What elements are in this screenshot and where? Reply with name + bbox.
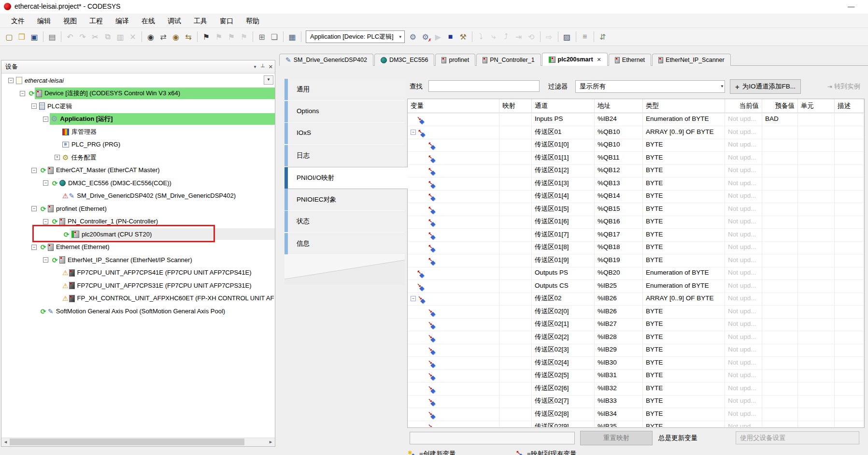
bookmark-prev-icon[interactable]: ⚑: [213, 31, 225, 43]
reset-icon[interactable]: ⟲: [526, 31, 537, 43]
mapping-row--01[3][interactable]: ◆↖传送区01[3]%QB13BYTENot upd...: [408, 177, 864, 191]
find-input[interactable]: [428, 80, 540, 92]
collapse-icon[interactable]: −: [8, 78, 14, 83]
editor-nav-ioxs[interactable]: IOxS: [285, 123, 405, 145]
mapping-row--01[interactable]: −◆↖传送区01%QB10ARRAY [0..9] OF BYTENot upd…: [408, 126, 864, 139]
editor-nav-tab3[interactable]: 日志: [285, 145, 405, 167]
tree-item-ethercat-master[interactable]: −⟳EtherCAT_Master (EtherCAT Master): [1, 164, 275, 176]
build-icon[interactable]: ▦: [286, 31, 298, 43]
stop-icon[interactable]: ■: [445, 31, 456, 43]
logout-icon[interactable]: ⚙✗: [420, 31, 431, 43]
active-application-selector[interactable]: Application [Device: PLC逻辑]▼: [306, 30, 405, 43]
collapse-icon[interactable]: −: [411, 296, 416, 301]
editor-nav-pnioio[interactable]: PNIOI/O映射: [285, 167, 408, 189]
mapping-row--02[9][interactable]: ◆↘传送区02[9]%IB35BYTENot upd...: [408, 420, 864, 427]
editor-tab-ethernet[interactable]: Ethernet: [609, 54, 651, 66]
scroll-left-icon[interactable]: ◄: [1, 438, 10, 446]
editor-tab-dm3c_ec556[interactable]: DM3C_EC556: [374, 54, 435, 66]
bookmark-next-icon[interactable]: ⚑: [226, 31, 237, 43]
menu-item-9[interactable]: 帮助: [240, 15, 266, 27]
replace-icon[interactable]: ⇄: [157, 31, 169, 43]
mapping-row--02[2][interactable]: ◆↘传送区02[2]%IB28BYTENot upd...: [408, 331, 864, 344]
column-header-1[interactable]: 映射: [499, 99, 532, 113]
mapping-row--02[0][interactable]: ◆↘传送区02[0]%IB26BYTENot upd...: [408, 305, 864, 319]
mapping-row--01[7][interactable]: ◆↖传送区01[7]%QB17BYTENot upd...: [408, 228, 864, 242]
tree-item-fp7cpu-unit-afp7cps31e[interactable]: ⚠FP7CPU_UNIT_AFP7CPS31E (FP7CPU UNIT AFP…: [1, 279, 275, 292]
close-tab-icon[interactable]: ✕: [597, 57, 601, 63]
scrollbar-thumb[interactable]: [10, 439, 244, 445]
breakpoints-icon[interactable]: ▨: [561, 31, 573, 43]
tree-item--[interactable]: 库管理器: [1, 125, 275, 138]
mapping-row--01[2][interactable]: ◆↖传送区01[2]%QB12BYTENot upd...: [408, 164, 864, 177]
editor-tab-pn_controller_1[interactable]: PN_Controller_1: [476, 54, 541, 66]
expand-icon[interactable]: +: [55, 155, 60, 160]
filter-dropdown[interactable]: 显示所有: [575, 80, 725, 93]
add-fb-button[interactable]: + 为IO通道添加FB...: [730, 79, 801, 94]
devices-horizontal-scrollbar[interactable]: ◄ ►: [1, 438, 275, 446]
run-icon[interactable]: ▶: [432, 31, 444, 43]
tree-item-application[interactable]: −⚙Application [运行]: [1, 113, 275, 125]
flow-control-icon[interactable]: ⇵: [597, 31, 609, 43]
column-header-5[interactable]: 当前值: [725, 99, 762, 113]
tree-item-ethernet-ip-scanner[interactable]: −⟳EtherNet_IP_Scanner (EtherNet/IP Scann…: [1, 253, 275, 266]
step-out-icon[interactable]: ⤴: [500, 31, 512, 43]
editor-tab-ethernet_ip_scanner[interactable]: EtherNet_IP_Scanner: [652, 54, 731, 66]
debug-tools-icon[interactable]: ⚒: [457, 31, 469, 43]
step-over-icon[interactable]: ⤵: [475, 31, 487, 43]
find-icon[interactable]: ◉: [145, 31, 157, 43]
goto-instance-button[interactable]: ⇥ 转到实例: [824, 79, 864, 94]
reset-mapping-button[interactable]: 重置映射: [580, 431, 653, 445]
close-panel-icon[interactable]: ✕: [269, 61, 273, 73]
column-header-3[interactable]: 地址: [595, 99, 643, 113]
collapse-icon[interactable]: −: [43, 257, 48, 263]
new-object-icon[interactable]: ❏: [269, 31, 280, 43]
redo-icon[interactable]: ↷: [77, 31, 88, 43]
editor-tab-plc200smart[interactable]: plc200smart✕: [542, 53, 608, 66]
editor-nav-tab6[interactable]: 状态: [285, 211, 405, 233]
tree-item--[interactable]: +⚙任务配置: [1, 151, 275, 163]
mapping-row--02[6][interactable]: ◆↘传送区02[6]%IB32BYTENot upd...: [408, 382, 864, 396]
tree-item-sm-drive-genericdsp402[interactable]: ⚠✎SM_Drive_GenericDSP402 (SM_Drive_Gener…: [1, 190, 275, 202]
menu-item-8[interactable]: 窗口: [213, 15, 240, 27]
new-file-icon[interactable]: ▢: [3, 31, 15, 43]
cut-icon[interactable]: ✂: [89, 31, 101, 43]
undo-icon[interactable]: ↶: [64, 31, 76, 43]
panel-dropdown-icon[interactable]: ▼: [253, 61, 257, 73]
collapse-icon[interactable]: −: [31, 103, 37, 109]
menu-item-2[interactable]: 视图: [57, 15, 83, 27]
editor-nav-pnioiec[interactable]: PNIOIEC对象: [285, 189, 405, 211]
mapping-row--02[4][interactable]: ◆↘传送区02[4]%IB30BYTENot upd...: [408, 356, 864, 370]
mapping-row--02[5][interactable]: ◆↘传送区02[5]%IB31BYTENot upd...: [408, 369, 864, 382]
step-into-icon[interactable]: ⤷: [488, 31, 499, 43]
collapse-icon[interactable]: −: [20, 91, 25, 96]
mapping-row--01[1][interactable]: ◆↖传送区01[1]%QB11BYTENot upd...: [408, 151, 864, 165]
menu-item-0[interactable]: 文件: [5, 15, 31, 27]
editor-nav-tab7[interactable]: 信息: [285, 233, 405, 255]
tree-item-ethernet[interactable]: −⟳Ethernet (Ethernet): [1, 241, 275, 253]
collapse-icon[interactable]: −: [43, 117, 48, 122]
run-to-cursor-icon[interactable]: ⇥: [513, 31, 525, 43]
mapping-row--02[7][interactable]: ◆↘传送区02[7]%IB33BYTENot upd...: [408, 395, 864, 408]
collapse-icon[interactable]: −: [43, 180, 48, 186]
collapse-icon[interactable]: −: [31, 206, 37, 211]
paste-icon[interactable]: ▥: [114, 31, 126, 43]
editor-tab-sm_drive_genericdsp402[interactable]: ✎SM_Drive_GenericDSP402: [279, 54, 373, 66]
replace-objects-icon[interactable]: ⇆: [183, 31, 194, 43]
menu-item-6[interactable]: 调试: [161, 15, 187, 27]
menu-item-3[interactable]: 工程: [83, 15, 109, 27]
column-header-2[interactable]: 通道: [532, 99, 595, 113]
filter-dropdown-caret-icon[interactable]: ▼: [718, 80, 726, 93]
collapse-icon[interactable]: −: [411, 130, 416, 135]
menu-item-4[interactable]: 编译: [109, 15, 135, 27]
collapse-icon[interactable]: −: [31, 168, 37, 173]
mapping-row--01[5][interactable]: ◆↖传送区01[5]%QB15BYTENot upd...: [408, 203, 864, 216]
mapping-row--02[8][interactable]: ◆↘传送区02[8]%IB34BYTENot upd...: [408, 408, 864, 421]
value-edit-box[interactable]: [410, 432, 575, 444]
tree-item-profinet[interactable]: −⟳profinet (Ethernet): [1, 202, 275, 215]
scroll-right-icon[interactable]: ►: [267, 438, 275, 446]
tree-item-dm3c-ec556[interactable]: −⟳DM3C_EC556 (DM3C-EC556(COE)): [1, 176, 275, 189]
column-header-7[interactable]: 单元: [798, 99, 835, 113]
menu-item-7[interactable]: 工具: [187, 15, 213, 27]
menu-item-5[interactable]: 在线: [135, 15, 161, 27]
mapping-row-Inputs-PS[interactable]: ◆↘Inputs PS%IB24Enumeration of BYTENot u…: [408, 113, 864, 126]
